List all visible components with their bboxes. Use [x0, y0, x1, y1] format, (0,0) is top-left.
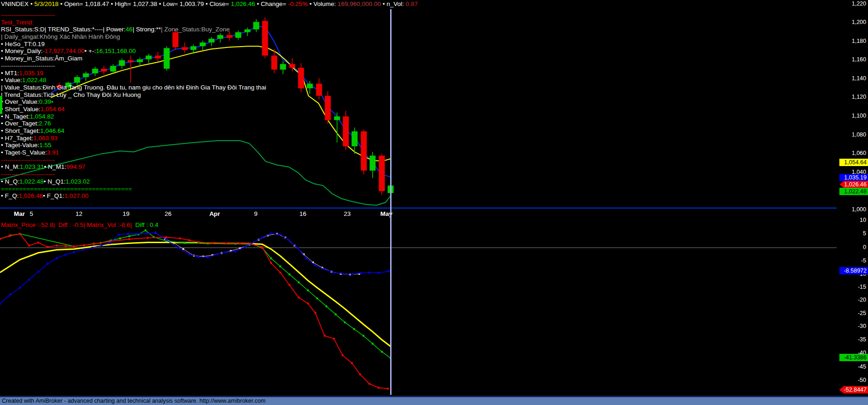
- axis-tick-label: 0: [863, 244, 866, 250]
- candle-body[interactable]: [334, 116, 340, 120]
- overlay-line: • HeSo_TT:0.19: [1, 41, 266, 48]
- series-marker: [387, 271, 389, 273]
- series-marker: [289, 274, 290, 275]
- overlay-text: ▪: [51, 98, 54, 105]
- date-axis-label[interactable]: Mar: [14, 210, 25, 217]
- overlay-line: | Trend_Status:Tich Luy _ Cho Thay Đôi X…: [1, 91, 266, 99]
- overlay-line: • Taget-S_Value:3.91: [1, 149, 266, 156]
- overlay-line: Test_Trend:: [1, 19, 266, 26]
- candle-body[interactable]: [316, 83, 322, 95]
- date-axis-label[interactable]: 16: [299, 210, 306, 217]
- series-marker: [387, 388, 389, 390]
- overlay-line: • F_Q:1,026.46• F_Q1:1,027.00: [1, 192, 266, 200]
- series-marker: [279, 233, 281, 235]
- axis-tick-label: -15: [858, 284, 866, 290]
- candle-body[interactable]: [352, 131, 358, 146]
- indicator-header: Matrix_Price :-52.8| Diff : -0.5| Matrix…: [1, 221, 158, 228]
- indicator-chart-pane[interactable]: [0, 217, 837, 396]
- overlay-text: • N_Q1:: [44, 178, 66, 185]
- series-marker: [37, 242, 39, 244]
- series-marker: [333, 272, 335, 274]
- overlay-line: • Over_Taget:2.76: [1, 120, 266, 127]
- pane-divider[interactable]: [0, 208, 837, 208]
- series-marker: [253, 241, 255, 243]
- axis-tick-label: 1,100: [852, 113, 866, 119]
- candle-body[interactable]: [343, 116, 349, 146]
- series-marker: [359, 374, 361, 375]
- series-marker: [316, 298, 318, 299]
- series-marker: [198, 256, 199, 258]
- series-marker: [279, 272, 281, 274]
- status-bar: Created with AmiBroker - advanced charti…: [0, 397, 868, 405]
- axis-tick-label: 1,180: [852, 38, 866, 44]
- overlay-line: --------------------------: [1, 156, 266, 164]
- overlay-text: | Value_Status:Đinh Gia Tang Truong. Đâu…: [1, 84, 266, 91]
- series-marker: [378, 387, 380, 389]
- date-axis-label[interactable]: Apr: [209, 210, 220, 217]
- candle-body[interactable]: [379, 155, 385, 191]
- indicator-header-text: Matrix_Price :-52.8|: [1, 221, 55, 228]
- overlay-text: • Money_Daily:: [1, 48, 42, 54]
- date-axis-label[interactable]: 26: [164, 210, 171, 217]
- axis-tick-label: 1,200: [852, 19, 866, 25]
- series-marker: [326, 305, 327, 307]
- series-marker: [342, 354, 344, 356]
- series-marker: [351, 362, 353, 364]
- series-marker: [324, 268, 326, 270]
- series-marker: [216, 253, 218, 255]
- candle-body[interactable]: [307, 83, 313, 88]
- series-marker: [288, 239, 289, 241]
- candle-body[interactable]: [370, 155, 376, 170]
- candle-body[interactable]: [361, 131, 367, 171]
- date-axis-label[interactable]: 23: [344, 210, 350, 217]
- overlay-text: • Taget-S_Value:: [1, 149, 47, 156]
- series-marker: [372, 343, 374, 345]
- candle-body[interactable]: [280, 64, 286, 70]
- series-marker: [289, 284, 290, 286]
- crosshair-cursor-line[interactable]: [390, 9, 392, 395]
- overlay-text: • N_Q:: [1, 178, 19, 185]
- series-marker: [165, 236, 167, 238]
- candle-body[interactable]: [298, 68, 304, 89]
- overlay-text: 1,023.31: [20, 163, 44, 170]
- axis-value-badge: 1,054.64: [839, 159, 868, 166]
- overlay-text: • MT1:: [1, 70, 19, 77]
- series-marker: [333, 338, 335, 339]
- date-axis-label[interactable]: 5: [30, 210, 33, 217]
- series-marker: [147, 237, 149, 239]
- title-segment: VNINDEX: [1, 0, 29, 7]
- overlay-text: --------------------------: [1, 156, 55, 163]
- series-marker: [324, 335, 326, 337]
- overlay-text: • F_Q1:: [43, 192, 64, 199]
- overlay-line: --------------------------: [1, 62, 266, 70]
- axis-tick-label: 1,080: [852, 131, 866, 138]
- series-marker: [73, 251, 75, 253]
- candle-body[interactable]: [325, 96, 331, 120]
- date-axis-label[interactable]: 9: [254, 210, 258, 217]
- candle-body[interactable]: [289, 64, 295, 68]
- series-marker: [0, 303, 1, 304]
- indicator-header-text: Diff : -0.5|: [55, 221, 85, 228]
- series-marker: [225, 251, 227, 253]
- series-marker: [344, 322, 346, 323]
- series-marker: [56, 244, 58, 246]
- series-marker: [155, 232, 157, 234]
- series-marker: [298, 297, 300, 298]
- overlay-text: -17,927,744.00: [42, 48, 84, 54]
- series-marker: [368, 383, 370, 385]
- trend-status-marker: [0, 96, 2, 114]
- axis-value-badge: -41.3386: [839, 354, 868, 361]
- series-marker: [73, 245, 75, 247]
- title-segment: •: [29, 0, 34, 7]
- title-segment: 5/3/2018: [34, 0, 59, 7]
- overlay-text: • Money_in_Status:Âm_Giam: [1, 55, 83, 62]
- date-axis-label[interactable]: 19: [122, 210, 129, 217]
- overlay-text: | Strong:**: [133, 26, 161, 33]
- candle-body[interactable]: [271, 56, 277, 70]
- overlay-text: --------------------------: [1, 171, 55, 178]
- date-axis[interactable]: Mar5121926Apr91623May: [0, 210, 837, 218]
- date-axis-label[interactable]: 12: [75, 210, 82, 217]
- series-marker: [314, 264, 316, 266]
- axis-value-badge: 1,022.48: [839, 188, 868, 195]
- overlay-text: ====================================: [1, 185, 132, 192]
